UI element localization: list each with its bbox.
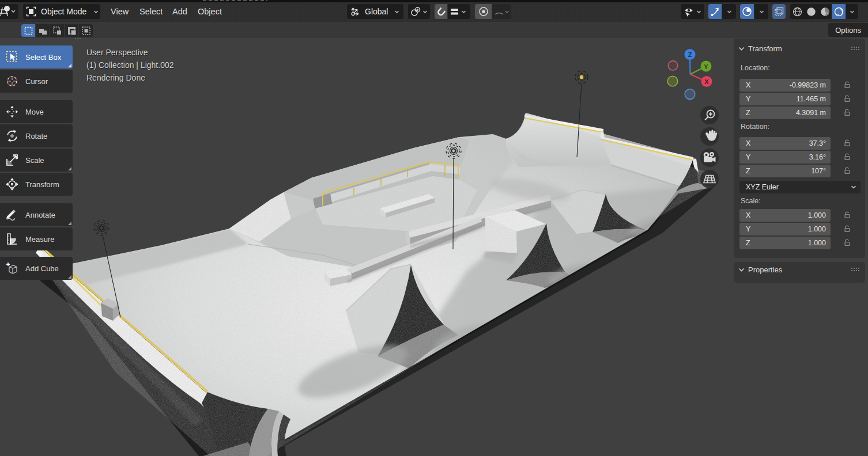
svg-text:Y: Y [704, 63, 708, 70]
svg-text:Z: Z [688, 51, 692, 58]
svg-text:X: X [704, 78, 709, 85]
